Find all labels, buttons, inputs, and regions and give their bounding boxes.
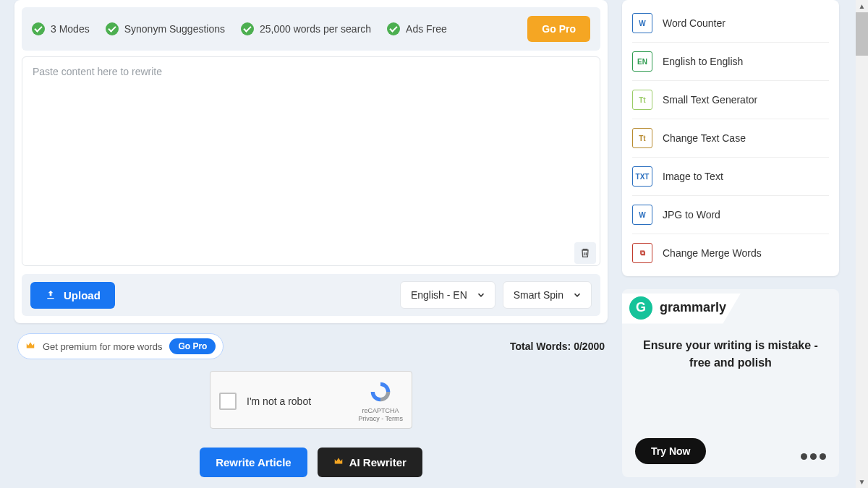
stats-row: Get premium for more words Go Pro Total … (14, 323, 608, 367)
crown-icon (25, 341, 35, 353)
sidebar-tools-card: WWord CounterENEnglish to EnglishTtSmall… (622, 0, 839, 276)
tool-label: Change Merge Words (663, 247, 762, 259)
tool-icon: Tt (632, 128, 652, 148)
premium-pill: Get premium for more words Go Pro (17, 333, 224, 359)
scrollbar[interactable]: ▲ ▼ (856, 0, 868, 488)
check-icon (32, 22, 45, 35)
upload-label: Upload (64, 289, 101, 301)
feature-label: 3 Modes (51, 23, 90, 35)
tool-icon: W (632, 205, 652, 225)
scroll-thumb[interactable] (856, 12, 868, 56)
grammarly-logo-icon: G (629, 296, 652, 320)
ai-rewriter-label: AI Rewriter (349, 456, 407, 468)
tool-label: Small Text Generator (663, 94, 757, 106)
try-now-button[interactable]: Try Now (635, 438, 706, 464)
upload-icon (45, 289, 56, 301)
feature-label: Ads Free (406, 23, 447, 35)
check-icon (387, 22, 400, 35)
ad-header: G grammarly (622, 294, 741, 324)
tool-label: Change Text Case (663, 132, 746, 144)
tool-label: English to English (663, 56, 743, 67)
check-icon (106, 22, 119, 35)
tool-label: JPG to Word (663, 209, 720, 221)
word-count: Total Words: 0/2000 (510, 341, 605, 352)
tool-label: Image to Text (663, 171, 723, 182)
scroll-up-icon[interactable]: ▲ (856, 0, 868, 12)
recaptcha-logo: reCAPTCHA Privacy - Terms (358, 380, 403, 422)
rewriter-tool-card: 3 Modes Synonym Suggestions 25,000 words… (14, 0, 608, 323)
tool-icon: Tt (632, 90, 652, 110)
recaptcha-label: I'm not a robot (247, 395, 348, 407)
chevron-down-icon (572, 290, 582, 300)
language-select[interactable]: English - EN (400, 281, 495, 309)
feature-synonym: Synonym Suggestions (106, 22, 225, 35)
recaptcha: I'm not a robot reCAPTCHA Privacy - Term… (210, 371, 412, 429)
premium-gopro-button[interactable]: Go Pro (169, 338, 216, 354)
grammarly-brand: grammarly (660, 300, 726, 315)
action-row: Rewrite Article AI Rewriter (14, 429, 608, 488)
chevron-down-icon (476, 290, 486, 300)
grammarly-ad: G grammarly Ensure your writing is mista… (622, 289, 839, 477)
tool-label: Word Counter (663, 17, 726, 29)
tool-icon: TXT (632, 166, 652, 187)
mode-value: Smart Spin (514, 289, 563, 301)
content-textarea[interactable] (22, 56, 600, 266)
upload-button[interactable]: Upload (30, 282, 115, 309)
mode-select[interactable]: Smart Spin (503, 281, 592, 309)
recaptcha-checkbox[interactable] (219, 393, 237, 410)
sidebar-item-tool[interactable]: TXTImage to Text (632, 158, 829, 196)
feature-modes: 3 Modes (32, 22, 90, 35)
tool-icon: W (632, 13, 652, 33)
crown-icon (333, 456, 344, 468)
dot-icon (820, 453, 826, 460)
tool-icon: EN (632, 51, 652, 72)
feature-adsfree: Ads Free (387, 22, 447, 35)
sidebar-item-tool[interactable]: WJPG to Word (632, 196, 829, 234)
sidebar-item-tool[interactable]: ⧉Change Merge Words (632, 234, 829, 272)
scroll-down-icon[interactable]: ▼ (856, 476, 868, 488)
tool-icon: ⧉ (632, 243, 652, 263)
feature-bar: 3 Modes Synonym Suggestions 25,000 words… (22, 7, 600, 51)
rewrite-button[interactable]: Rewrite Article (200, 448, 307, 477)
dot-icon (810, 453, 817, 460)
ad-copy: Ensure your writing is mistake - free an… (634, 337, 827, 372)
feature-label: 25,000 words per search (260, 23, 371, 35)
language-value: English - EN (411, 289, 467, 301)
ai-rewriter-button[interactable]: AI Rewriter (318, 448, 422, 477)
sidebar-item-tool[interactable]: ENEnglish to English (632, 43, 829, 81)
carousel-dots[interactable] (801, 453, 826, 460)
sidebar-item-tool[interactable]: TtChange Text Case (632, 119, 829, 158)
feature-wordlimit: 25,000 words per search (241, 22, 371, 35)
dot-icon (801, 453, 807, 460)
control-row: Upload English - EN Smart Spin (22, 274, 600, 316)
clear-text-icon[interactable] (574, 242, 596, 264)
feature-label: Synonym Suggestions (124, 23, 225, 35)
check-icon (241, 22, 254, 35)
sidebar-item-tool[interactable]: TtSmall Text Generator (632, 81, 829, 119)
sidebar-item-tool[interactable]: WWord Counter (632, 4, 829, 43)
go-pro-button[interactable]: Go Pro (527, 16, 590, 42)
premium-text: Get premium for more words (43, 341, 162, 352)
